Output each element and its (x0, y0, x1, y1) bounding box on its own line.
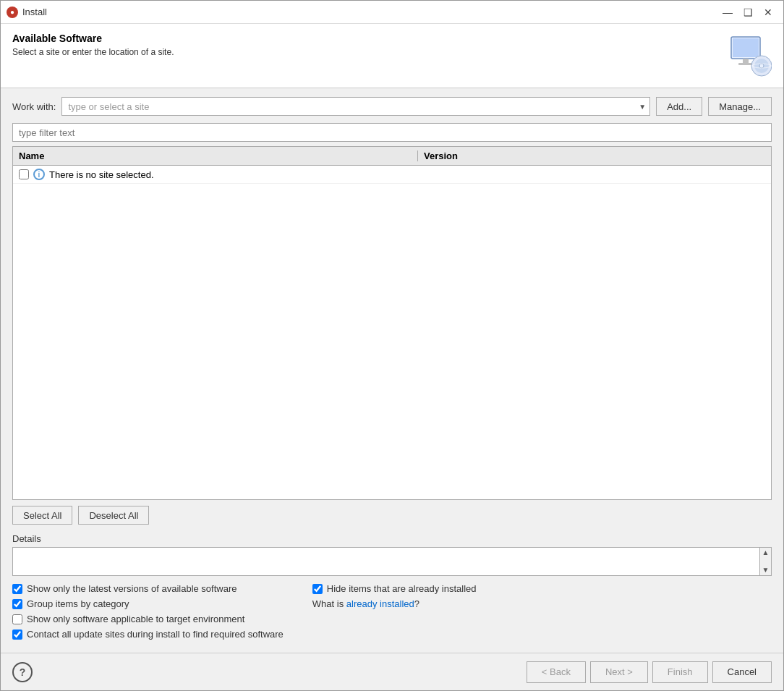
scroll-down-icon[interactable]: ▼ (762, 567, 770, 574)
title-bar: ● Install — ❑ ✕ (1, 1, 783, 24)
site-select[interactable]: type or select a site (61, 97, 650, 116)
details-section: Details ▲ ▼ (12, 533, 772, 576)
close-button[interactable]: ✕ (759, 4, 777, 21)
window-title: Install (22, 7, 718, 17)
finish-button[interactable]: Finish (652, 661, 708, 683)
footer-buttons: < Back Next > Finish Cancel (527, 661, 772, 683)
options-left-col: Show only the latest versions of availab… (12, 583, 284, 640)
show-latest-label: Show only the latest versions of availab… (27, 583, 237, 594)
details-label: Details (12, 533, 772, 544)
hide-installed-checkbox[interactable] (312, 584, 323, 594)
work-with-row: Work with: type or select a site ▼ Add..… (12, 97, 772, 116)
cancel-button[interactable]: Cancel (712, 661, 772, 683)
group-by-category-option[interactable]: Group items by category (12, 598, 284, 609)
minimize-button[interactable]: — (718, 4, 737, 21)
add-button[interactable]: Add... (656, 97, 702, 116)
svg-rect-3 (738, 63, 753, 65)
info-icon: i (33, 169, 45, 180)
deselect-all-button[interactable]: Deselect All (78, 506, 149, 525)
footer-help: ? (12, 662, 527, 682)
scroll-up-icon[interactable]: ▲ (762, 549, 770, 556)
select-deselect-row: Select All Deselect All (12, 506, 772, 525)
header-icon (725, 33, 772, 79)
what-is-prefix: What is (312, 598, 346, 609)
page-subtitle: Select a site or enter the location of a… (12, 47, 174, 57)
svg-rect-1 (733, 38, 759, 57)
next-button[interactable]: Next > (590, 661, 648, 683)
contact-update-sites-checkbox[interactable] (12, 629, 22, 640)
show-applicable-option[interactable]: Show only software applicable to target … (12, 614, 284, 624)
group-by-category-label: Group items by category (27, 598, 129, 609)
restore-button[interactable]: ❑ (738, 4, 757, 21)
what-is-installed: What is already installed? (312, 598, 477, 609)
show-latest-checkbox[interactable] (12, 584, 22, 594)
details-box: ▲ ▼ (12, 547, 772, 576)
contact-update-sites-option[interactable]: Contact all update sites during install … (12, 629, 284, 640)
col-name-header: Name (13, 151, 418, 161)
row-name-text: There is no site selected. (49, 169, 154, 180)
filter-input[interactable] (12, 123, 772, 142)
hide-installed-option[interactable]: Hide items that are already installed (312, 583, 477, 594)
row-name-cell: i There is no site selected. (19, 169, 418, 180)
options-row: Show only the latest versions of availab… (12, 583, 772, 640)
content-area: Work with: type or select a site ▼ Add..… (1, 88, 783, 653)
row-checkbox[interactable] (19, 169, 29, 179)
contact-update-sites-label: Contact all update sites during install … (27, 629, 284, 640)
page-title: Available Software (12, 33, 174, 44)
details-scrollbar[interactable]: ▲ ▼ (759, 548, 771, 575)
options-right-col: Hide items that are already installed Wh… (312, 583, 477, 640)
manage-button[interactable]: Manage... (708, 97, 772, 116)
select-all-button[interactable]: Select All (12, 506, 72, 525)
already-installed-link[interactable]: already installed (346, 598, 414, 609)
hide-installed-label: Hide items that are already installed (327, 583, 477, 594)
window-controls: — ❑ ✕ (718, 4, 777, 21)
table-header: Name Version (13, 147, 771, 166)
group-by-category-checkbox[interactable] (12, 599, 22, 609)
help-button[interactable]: ? (12, 662, 33, 682)
header-text: Available Software Select a site or ente… (12, 33, 174, 57)
software-table: Name Version i There is no site selected… (12, 146, 772, 500)
col-version-header: Version (418, 151, 771, 161)
footer: ? < Back Next > Finish Cancel (1, 653, 783, 690)
what-is-suffix: ? (414, 598, 419, 609)
site-select-wrapper: type or select a site ▼ (61, 97, 650, 116)
svg-point-6 (759, 64, 764, 68)
options-section: Show only the latest versions of availab… (12, 583, 772, 644)
svg-rect-2 (743, 59, 749, 63)
back-button[interactable]: < Back (527, 661, 586, 683)
table-body: i There is no site selected. (13, 166, 771, 499)
work-with-label: Work with: (12, 101, 56, 112)
header-section: Available Software Select a site or ente… (1, 24, 783, 88)
app-icon: ● (7, 7, 18, 18)
show-latest-option[interactable]: Show only the latest versions of availab… (12, 583, 284, 594)
table-row: i There is no site selected. (13, 166, 771, 184)
show-applicable-checkbox[interactable] (12, 614, 22, 624)
show-applicable-label: Show only software applicable to target … (27, 614, 244, 624)
